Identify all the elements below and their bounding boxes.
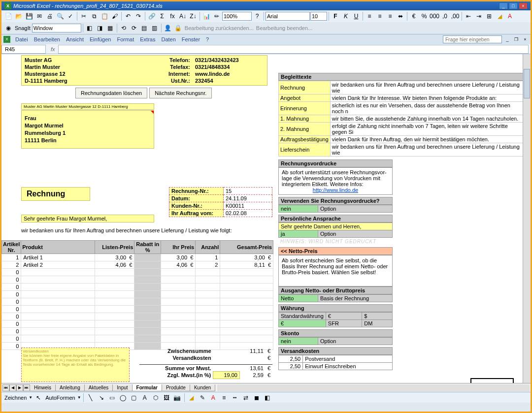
select-icon[interactable]: ↖	[33, 393, 43, 403]
cut-icon[interactable]: ✂	[79, 11, 89, 21]
tab-produkte[interactable]: Produkte	[162, 384, 190, 391]
sum-icon[interactable]: Σ	[157, 11, 167, 21]
autoformen-menu[interactable]: AutoFormen	[44, 395, 76, 401]
cell-nr[interactable]: 1	[2, 254, 21, 261]
menu-format[interactable]: Format	[114, 35, 137, 43]
clipart-icon[interactable]: 🖼	[162, 393, 171, 403]
zoom-combo[interactable]	[222, 12, 252, 21]
vordrucke-link[interactable]: http://www.lindo.de	[282, 187, 389, 193]
table-row[interactable]: 1 Artikel 1 3,00 € 3,00 € 1 3,00 €	[2, 254, 273, 261]
sort-desc-icon[interactable]: Z↓	[188, 11, 198, 21]
help-icon[interactable]: ?	[252, 11, 262, 21]
cell-lp[interactable]: 4,06 €	[95, 261, 134, 269]
tab-prev-button[interactable]: ◀	[9, 384, 16, 391]
cell-qty[interactable]: 1	[196, 254, 220, 261]
tab-anleitung[interactable]: Anleitung	[55, 384, 85, 391]
cell-prod[interactable]: Artikel 1	[21, 254, 95, 261]
doc-minimize-button[interactable]: _	[504, 36, 511, 43]
dash-style-icon[interactable]: ┅	[230, 393, 240, 403]
netto-value[interactable]: Netto	[279, 295, 318, 302]
verwenden-option[interactable]: Option	[318, 205, 393, 213]
netto-basis[interactable]: Basis der Rechnung	[318, 295, 393, 302]
spell-icon[interactable]: ✓	[66, 11, 75, 21]
menu-ansicht[interactable]: Ansicht	[63, 35, 87, 43]
waehrung-selected[interactable]: €	[279, 320, 326, 327]
align-right-icon[interactable]: ≡	[385, 11, 395, 21]
cell-qty[interactable]: 2	[196, 261, 220, 269]
align-center-icon[interactable]: ≡	[375, 11, 385, 21]
greeting-cell[interactable]: Sehr geehrte Frau Margot Murmel,	[21, 215, 154, 222]
line-color-icon[interactable]: ✎	[198, 393, 207, 403]
merge-icon[interactable]: ⬌	[396, 11, 405, 21]
shadow-icon[interactable]: ◼	[252, 393, 262, 403]
cell-lp[interactable]: 3,00 €	[95, 254, 134, 261]
tab-hinweis[interactable]: Hinweis	[30, 384, 56, 391]
begleit-key[interactable]: Lieferschein	[279, 143, 331, 157]
line-icon[interactable]: ╲	[86, 393, 96, 403]
menu-daten[interactable]: Daten	[158, 35, 178, 43]
indent-dec-icon[interactable]: ⇤	[464, 11, 473, 21]
currency-icon[interactable]: €	[409, 11, 419, 21]
redo-icon[interactable]: ↷	[133, 11, 143, 21]
customer-nr-value[interactable]: K00011	[224, 202, 272, 210]
versand-cost-1[interactable]: 2,50	[279, 355, 303, 363]
open-icon[interactable]: 📂	[14, 11, 24, 21]
save-icon[interactable]: 💾	[24, 11, 34, 21]
menu-bearbeiten[interactable]: Bearbeiten	[31, 35, 63, 43]
drawing-icon[interactable]: ✏	[212, 11, 222, 21]
chart-icon[interactable]: 📊	[201, 11, 211, 21]
date-value[interactable]: 24.11.09	[224, 195, 272, 202]
skonto-value[interactable]: nein	[279, 338, 318, 345]
table-row[interactable]: 0	[2, 276, 273, 284]
mail-icon[interactable]: ✉	[34, 11, 44, 21]
ansprache-option[interactable]: Option	[318, 230, 393, 238]
borders-icon[interactable]: ⊞	[484, 11, 494, 21]
formula-input[interactable]	[58, 45, 529, 54]
italic-icon[interactable]: K	[341, 11, 351, 21]
ansprache-text[interactable]: Sehr geehrte Damen und Herren,	[279, 223, 393, 230]
begleit-key[interactable]: 2. Mahnung	[279, 123, 331, 136]
worksheet[interactable]: Muster AG Martin Muster Mustergasse 12 D…	[1, 54, 531, 383]
font-color-draw-icon[interactable]: A	[208, 393, 218, 403]
begleit-text[interactable]: vielen Dank für Ihr Interesse. Wir biete…	[330, 95, 523, 102]
font-color-icon[interactable]: A	[505, 11, 515, 21]
vertical-scrollbar[interactable]	[523, 54, 531, 383]
tb-icon-6[interactable]: ▤	[139, 23, 149, 33]
arrow-icon[interactable]: ↘	[97, 393, 106, 403]
paste-icon[interactable]: 📋	[100, 11, 109, 21]
maximize-button[interactable]: □	[509, 2, 518, 9]
dec-dec-icon[interactable]: ,00	[450, 11, 460, 21]
tb-icon-7[interactable]: ▥	[150, 23, 160, 33]
table-row[interactable]: 0	[2, 269, 273, 276]
thousands-icon[interactable]: 000	[430, 11, 439, 21]
versand-type-2[interactable]: Einwurf Einschreiben	[303, 363, 393, 370]
picture-icon[interactable]: 📷	[172, 393, 182, 403]
table-row[interactable]: 0	[2, 306, 273, 313]
begleit-key[interactable]: 1. Mahnung	[279, 115, 331, 123]
menu-einfuegen[interactable]: Einfügen	[87, 35, 114, 43]
begleit-text[interactable]: vielen Dank für Ihren Auftrag, den wir h…	[330, 136, 523, 143]
doc-close-button[interactable]: ×	[522, 36, 529, 43]
invoice-nr-value[interactable]: 15	[224, 188, 272, 195]
versand-type-1[interactable]: Postversand	[303, 355, 393, 363]
line-style-icon[interactable]: ≡	[219, 393, 229, 403]
ansprache-value[interactable]: ja	[279, 230, 318, 238]
waehrung-sfr[interactable]: SFR	[326, 320, 362, 327]
diagram-icon[interactable]: ⬡	[151, 393, 161, 403]
3d-icon[interactable]: ◧	[263, 393, 272, 403]
begleit-text[interactable]: erfolgt die Zahlung nicht innerhalb von …	[330, 123, 523, 136]
percent-icon[interactable]: %	[419, 11, 429, 21]
wordart-icon[interactable]: A	[140, 393, 150, 403]
font-size-combo[interactable]	[310, 12, 327, 21]
verwenden-value[interactable]: nein	[279, 205, 318, 213]
begleit-key[interactable]: Erinnerung	[279, 102, 331, 115]
ask-question-input[interactable]	[443, 35, 502, 43]
tb-icon-1[interactable]: ◧	[85, 23, 95, 33]
table-row[interactable]: 0	[2, 313, 273, 320]
cell-rabatt[interactable]	[134, 261, 161, 269]
format-painter-icon[interactable]: 🖌	[110, 11, 120, 21]
table-row[interactable]: 2 Artikel 2 4,06 € 4,06 € 2 8,11 €	[2, 261, 273, 269]
tab-kunden[interactable]: Kunden	[190, 384, 215, 391]
snagit-mode-combo[interactable]	[32, 24, 81, 32]
align-left-icon[interactable]: ≡	[365, 11, 374, 21]
